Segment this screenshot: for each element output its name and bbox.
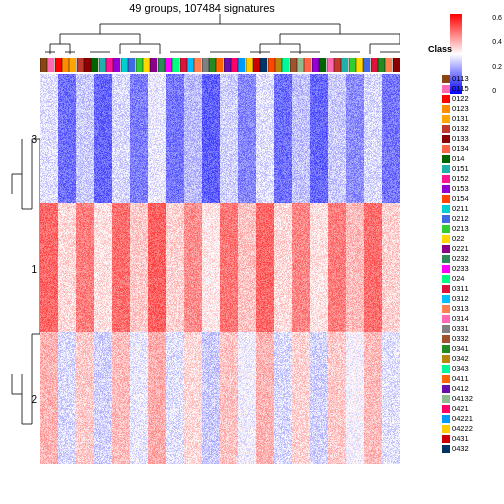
legend-item: 04222 <box>442 424 502 433</box>
legend-color-swatch <box>442 235 450 243</box>
legend-color-swatch <box>442 295 450 303</box>
legend-item: 0342 <box>442 354 502 363</box>
legend-label: 04222 <box>452 425 473 433</box>
legend-color-swatch <box>442 155 450 163</box>
legend-item: 0432 <box>442 444 502 453</box>
legend-item: 0132 <box>442 124 502 133</box>
legend-item: 0211 <box>442 204 502 213</box>
legend-label: 0151 <box>452 165 469 173</box>
legend-color-swatch <box>442 175 450 183</box>
legend-item: 0123 <box>442 104 502 113</box>
legend-item: 022 <box>442 234 502 243</box>
legend-label: 0332 <box>452 335 469 343</box>
legend-item: 0412 <box>442 384 502 393</box>
legend-color-swatch <box>442 265 450 273</box>
main-container: 49 groups, 107484 signatures <box>0 0 504 504</box>
legend-item: 0411 <box>442 374 502 383</box>
legend-item: 0154 <box>442 194 502 203</box>
legend-label: 0311 <box>452 285 469 293</box>
legend-label: 022 <box>452 235 465 243</box>
legend-label: 0312 <box>452 295 469 303</box>
legend-item: 0221 <box>442 244 502 253</box>
legend-label: 0132 <box>452 125 469 133</box>
legend-item: 0122 <box>442 94 502 103</box>
legend-color-swatch <box>442 305 450 313</box>
heatmap-area <box>40 74 400 464</box>
legend-item: 0133 <box>442 134 502 143</box>
legend-color-swatch <box>442 195 450 203</box>
legend-label: 0115 <box>452 85 469 93</box>
legend-color-swatch <box>442 255 450 263</box>
legend-item: 0421 <box>442 404 502 413</box>
legend-label: 0343 <box>452 365 469 373</box>
legend-color-swatch <box>442 435 450 443</box>
legend-label: 0341 <box>452 345 469 353</box>
legend-color-swatch <box>442 225 450 233</box>
legend-label: 0431 <box>452 435 469 443</box>
legend-item: 0431 <box>442 434 502 443</box>
scale-value-06: 0.6 <box>492 14 502 21</box>
legend-color-swatch <box>442 445 450 453</box>
legend-item: 0134 <box>442 144 502 153</box>
scale-value-02: 0.2 <box>492 63 502 70</box>
legend-item: 0213 <box>442 224 502 233</box>
legend-color-swatch <box>442 385 450 393</box>
legend-color-swatch <box>442 245 450 253</box>
legend-color-swatch <box>442 115 450 123</box>
legend-label: 0211 <box>452 205 469 213</box>
legend-item: 0113 <box>442 74 502 83</box>
legend-label: 0131 <box>452 115 469 123</box>
legend-label: 0233 <box>452 265 469 273</box>
legend-label: 04132 <box>452 395 473 403</box>
legend-color-swatch <box>442 125 450 133</box>
legend-color-swatch <box>442 355 450 363</box>
legend-color-swatch <box>442 425 450 433</box>
legend-label: 0342 <box>452 355 469 363</box>
legend-item: 0313 <box>442 304 502 313</box>
legend-item: 024 <box>442 274 502 283</box>
legend-item: 0232 <box>442 254 502 263</box>
legend-color-swatch <box>442 165 450 173</box>
legend-label: 0212 <box>452 215 469 223</box>
legend-item: 04132 <box>442 394 502 403</box>
chart-title: 49 groups, 107484 signatures <box>20 2 384 14</box>
legend-item: 0312 <box>442 294 502 303</box>
legend-label: 04221 <box>452 415 473 423</box>
legend-item: 0341 <box>442 344 502 353</box>
legend-label: 0314 <box>452 315 469 323</box>
legend-color-swatch <box>442 325 450 333</box>
dendrogram-top <box>40 14 400 56</box>
legend-label: 0123 <box>452 105 469 113</box>
legend-color-swatch <box>442 215 450 223</box>
legend-label: 014 <box>452 155 465 163</box>
legend-item: 0331 <box>442 324 502 333</box>
color-classification-bar <box>40 58 400 72</box>
legend-item: 04221 <box>442 414 502 423</box>
legend-label: 0331 <box>452 325 469 333</box>
legend-label: 0154 <box>452 195 469 203</box>
legend-item: 0153 <box>442 184 502 193</box>
legend-label: 0421 <box>452 405 469 413</box>
legend-label: 0122 <box>452 95 469 103</box>
legend-color-swatch <box>442 285 450 293</box>
legend-label: 0153 <box>452 185 469 193</box>
legend-color-swatch <box>442 75 450 83</box>
legend-color-swatch <box>442 375 450 383</box>
legend-color-swatch <box>442 395 450 403</box>
legend-color-swatch <box>442 185 450 193</box>
legend-item: 0212 <box>442 214 502 223</box>
legend-color-swatch <box>442 335 450 343</box>
legend-color-swatch <box>442 205 450 213</box>
class-label: Class <box>428 44 452 54</box>
legend-label: 0232 <box>452 255 469 263</box>
legend-color-swatch <box>442 145 450 153</box>
legend-list: 0113011501220123013101320133013401401510… <box>442 74 502 464</box>
legend-label: 0432 <box>452 445 469 453</box>
scale-value-04: 0.4 <box>492 38 502 45</box>
legend-color-swatch <box>442 95 450 103</box>
legend-color-swatch <box>442 275 450 283</box>
row-labels: 3 1 2 <box>2 74 40 464</box>
heatmap-canvas <box>40 74 400 464</box>
legend-color-swatch <box>442 315 450 323</box>
legend-item: 0115 <box>442 84 502 93</box>
